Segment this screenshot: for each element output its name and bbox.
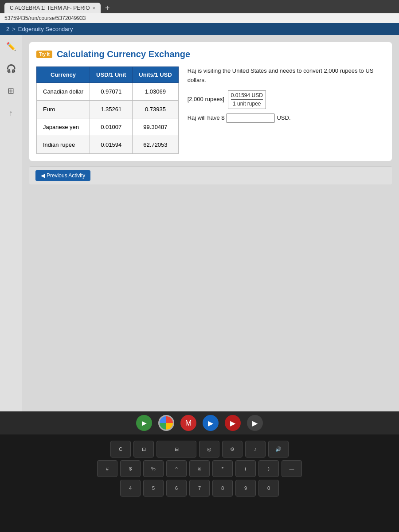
key-gear[interactable]: ⚙: [222, 441, 243, 458]
conversion-fraction: 0.01594 USD 1 unit rupee: [228, 90, 266, 110]
currency-table: Currency USD/1 Unit Units/1 USD Canadian…: [36, 66, 179, 154]
table-row: Japanese yen 0.01007 99.30487: [37, 118, 179, 136]
right-panel: Raj is visiting the United States and ne…: [188, 66, 385, 127]
key-minus[interactable]: —: [282, 460, 302, 477]
bottom-bar: ◀ Previous Activity: [29, 166, 392, 184]
sidebar-icon-pencil[interactable]: ✏️: [4, 39, 18, 54]
fraction-numerator: 0.01594 USD: [231, 92, 263, 100]
key-percent[interactable]: %: [143, 460, 164, 477]
key-5[interactable]: 5: [143, 480, 164, 497]
currency-name: Euro: [37, 101, 90, 118]
prev-arrow-icon: ◀: [41, 172, 45, 179]
key-star[interactable]: *: [212, 460, 233, 477]
taskbar-icon-play[interactable]: ▶: [225, 415, 241, 431]
taskbar-icon-mail[interactable]: M: [180, 415, 196, 431]
key-dollar[interactable]: $: [120, 460, 141, 477]
prev-activity-label: Previous Activity: [47, 172, 85, 179]
table-row: Canadian dollar 0.97071 1.03069: [37, 83, 179, 101]
sidebar: ✏️ 🎧 ⊞ ↑: [0, 35, 22, 411]
taskbar-icon-play2[interactable]: ▶: [247, 415, 263, 431]
new-tab-button[interactable]: +: [103, 4, 112, 13]
keyboard-row-1: C ⊡ ⊟ ◎ ⚙ ♪ 🔊: [110, 441, 289, 458]
card-title: Calculating Currency Exchange: [57, 49, 190, 59]
activity-card: Try It Calculating Currency Exchange Cur…: [29, 42, 392, 161]
conversion-line: [2,000 rupees] 0.01594 USD 1 unit rupee: [188, 90, 385, 110]
card-title-bar: Try It Calculating Currency Exchange: [36, 49, 385, 59]
currency-name: Canadian dollar: [37, 83, 90, 101]
units-per-usd: 0.73935: [133, 101, 178, 118]
usd-per-unit: 0.01007: [90, 118, 133, 136]
key-amp[interactable]: &: [189, 460, 210, 477]
problem-description: Raj is visiting the United States and ne…: [188, 66, 385, 85]
key-rparen[interactable]: ): [258, 460, 279, 477]
key-sound[interactable]: 🔊: [268, 441, 289, 458]
key-rect[interactable]: ⊟: [156, 441, 196, 458]
currency-name: Japanese yen: [37, 118, 90, 136]
units-per-usd: 1.03069: [133, 83, 178, 101]
laptop-bottom: C ⊡ ⊟ ◎ ⚙ ♪ 🔊 # $ % ^ & * ( ) — 4 5 6 7 …: [0, 434, 399, 532]
key-0[interactable]: 0: [258, 480, 279, 497]
table-header-currency: Currency: [37, 67, 90, 83]
breadcrumb-separator: >: [12, 26, 16, 32]
previous-activity-button[interactable]: ◀ Previous Activity: [35, 170, 90, 181]
keyboard-row-2: # $ % ^ & * ( ) —: [97, 460, 302, 477]
sidebar-icon-headphones[interactable]: 🎧: [4, 62, 18, 76]
keyboard-row-3: 4 5 6 7 8 9 0: [120, 480, 279, 497]
key-square[interactable]: ⊡: [133, 441, 154, 458]
breadcrumb-label: Edgenuity Secondary: [18, 26, 73, 32]
answer-suffix: USD.: [277, 113, 290, 123]
url-text: 53759435/run/course/5372049933: [4, 15, 86, 21]
currency-name: Indian rupee: [37, 136, 90, 154]
key-caret[interactable]: ^: [166, 460, 187, 477]
key-c[interactable]: C: [110, 441, 131, 458]
answer-prefix: Raj will have $: [188, 113, 225, 123]
table-header-usd-unit: USD/1 Unit: [90, 67, 133, 83]
key-9[interactable]: 9: [235, 480, 256, 497]
table-row: Indian rupee 0.01594 62.72053: [37, 136, 179, 154]
breadcrumb-number: 2: [6, 26, 9, 32]
fraction-denominator: 1 unit rupee: [231, 100, 263, 108]
taskbar-icon-media[interactable]: ▶: [203, 415, 219, 431]
try-it-badge: Try It: [36, 51, 52, 58]
key-hash[interactable]: #: [97, 460, 117, 477]
answer-input[interactable]: [226, 113, 275, 123]
breadcrumb: 2 > Edgenuity Secondary: [0, 23, 399, 35]
key-6[interactable]: 6: [166, 480, 187, 497]
key-lparen[interactable]: (: [235, 460, 256, 477]
tab-label: C ALGEBRA 1: TERM AF- PERIO: [10, 5, 90, 11]
key-8[interactable]: 8: [212, 480, 233, 497]
taskbar-icon-chrome[interactable]: [158, 415, 174, 431]
table-row: Euro 1.35261 0.73935: [37, 101, 179, 118]
units-per-usd: 99.30487: [133, 118, 178, 136]
address-bar[interactable]: 53759435/run/course/5372049933: [0, 13, 399, 23]
taskbar-icon-app1[interactable]: ▶: [136, 415, 152, 431]
taskbar: ▶ M ▶ ▶ ▶: [0, 411, 399, 434]
sidebar-icon-up[interactable]: ↑: [4, 106, 18, 120]
prefix-label: [2,000 rupees]: [188, 95, 224, 104]
browser-tab-bar: C ALGEBRA 1: TERM AF- PERIO × +: [0, 0, 399, 13]
key-circle[interactable]: ◎: [199, 441, 219, 458]
key-7[interactable]: 7: [189, 480, 210, 497]
key-music[interactable]: ♪: [245, 441, 266, 458]
usd-per-unit: 1.35261: [90, 101, 133, 118]
answer-line: Raj will have $ USD.: [188, 113, 385, 123]
units-per-usd: 62.72053: [133, 136, 178, 154]
card-body: Currency USD/1 Unit Units/1 USD Canadian…: [36, 66, 385, 154]
sidebar-icon-grid[interactable]: ⊞: [4, 84, 18, 98]
table-header-units-usd: Units/1 USD: [133, 67, 178, 83]
usd-per-unit: 0.01594: [90, 136, 133, 154]
key-4[interactable]: 4: [120, 480, 141, 497]
active-tab[interactable]: C ALGEBRA 1: TERM AF- PERIO ×: [4, 3, 101, 13]
tab-close-button[interactable]: ×: [93, 5, 95, 11]
content-area: Try It Calculating Currency Exchange Cur…: [22, 35, 399, 411]
main-area: ✏️ 🎧 ⊞ ↑ Try It Calculating Currency Exc…: [0, 35, 399, 411]
usd-per-unit: 0.97071: [90, 83, 133, 101]
